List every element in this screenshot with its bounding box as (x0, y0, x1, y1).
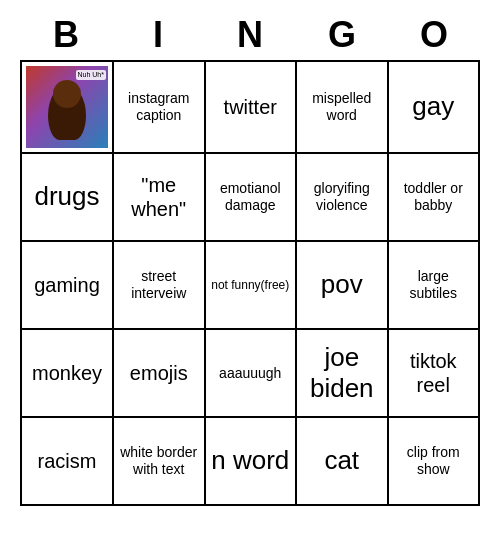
bingo-cell-r2c2[interactable]: "me when" (114, 154, 206, 242)
bingo-cell-r3c4[interactable]: pov (297, 242, 389, 330)
bingo-cell-r3c1[interactable]: gaming (22, 242, 114, 330)
bingo-cell-r4c5[interactable]: tiktok reel (389, 330, 481, 418)
bingo-cell-r1c5[interactable]: gay (389, 62, 481, 154)
bingo-cell-r4c3[interactable]: aaauuugh (206, 330, 298, 418)
bingo-cell-r3c3[interactable]: not funny(free) (206, 242, 298, 330)
bingo-cell-r5c3[interactable]: n word (206, 418, 298, 506)
bingo-cell-r5c4[interactable]: cat (297, 418, 389, 506)
cell-image: Nuh Uh* (26, 66, 108, 148)
bingo-cell-r2c5[interactable]: toddler or babby (389, 154, 481, 242)
bingo-cell-r4c4[interactable]: joe biden (297, 330, 389, 418)
bingo-cell-r1c1[interactable]: Nuh Uh* (22, 62, 114, 154)
letter-n: N (204, 10, 296, 60)
bingo-cell-r1c3[interactable]: twitter (206, 62, 298, 154)
bingo-cell-r3c2[interactable]: street interveiw (114, 242, 206, 330)
image-label: Nuh Uh* (76, 70, 106, 80)
bingo-cell-r2c3[interactable]: emotianol damage (206, 154, 298, 242)
bingo-header: B I N G O (20, 10, 480, 60)
bingo-cell-r3c5[interactable]: large subtiles (389, 242, 481, 330)
bingo-cell-r5c1[interactable]: racism (22, 418, 114, 506)
letter-g: G (296, 10, 388, 60)
letter-o: O (388, 10, 480, 60)
bingo-grid: Nuh Uh* instagram captiontwittermispelle… (20, 60, 480, 506)
bingo-cell-r1c4[interactable]: mispelled word (297, 62, 389, 154)
bingo-cell-r4c1[interactable]: monkey (22, 330, 114, 418)
bingo-cell-r1c2[interactable]: instagram caption (114, 62, 206, 154)
bingo-board: B I N G O Nuh Uh* instagram captiontwitt… (20, 10, 480, 506)
letter-b: B (20, 10, 112, 60)
bingo-cell-r4c2[interactable]: emojis (114, 330, 206, 418)
letter-i: I (112, 10, 204, 60)
bingo-cell-r5c5[interactable]: clip from show (389, 418, 481, 506)
bingo-cell-r2c4[interactable]: gloryifing violence (297, 154, 389, 242)
bingo-cell-r5c2[interactable]: white border with text (114, 418, 206, 506)
bingo-cell-r2c1[interactable]: drugs (22, 154, 114, 242)
